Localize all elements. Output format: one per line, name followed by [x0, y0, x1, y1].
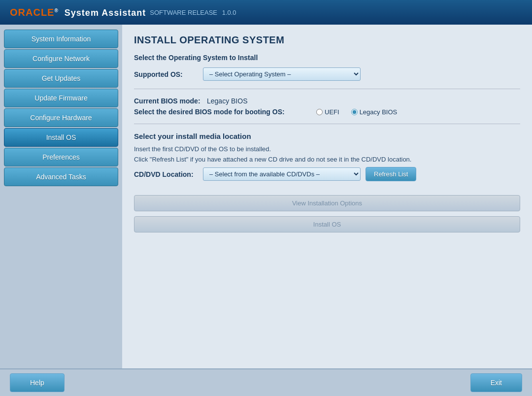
main-container: System Information Configure Network Get…	[0, 25, 532, 368]
bios-current-value: Legacy BIOS	[207, 97, 248, 105]
bios-radio-group: UEFI Legacy BIOS	[316, 108, 397, 116]
bios-legacy-option[interactable]: Legacy BIOS	[351, 108, 398, 116]
page-title: INSTALL OPERATING SYSTEM	[134, 34, 520, 46]
cd-location-row: CD/DVD Location: – Select from the avail…	[134, 167, 520, 181]
bios-uefi-radio[interactable]	[316, 109, 323, 115]
sidebar-item-configure-hardware[interactable]: Configure Hardware	[4, 108, 118, 127]
header-subtitle: SOFTWARE RELEASE 1.0.0	[150, 9, 236, 16]
sidebar-item-update-firmware[interactable]: Update Firmware	[4, 89, 118, 107]
bios-legacy-label: Legacy BIOS	[360, 108, 398, 116]
action-buttons: View Installation Options Install OS	[134, 195, 520, 232]
os-section-label: Select the Operating System to Install	[134, 54, 520, 62]
bios-uefi-option[interactable]: UEFI	[316, 108, 339, 116]
view-installation-options-button[interactable]: View Installation Options	[134, 195, 520, 211]
bios-desired-label: Select the desired BIOS mode for booting…	[134, 108, 316, 116]
sidebar-item-get-updates[interactable]: Get Updates	[4, 69, 118, 88]
sidebar-item-configure-network[interactable]: Configure Network	[4, 49, 118, 68]
divider-1	[134, 89, 520, 89]
install-desc-1: Insert the first CD/DVD of the OS to be …	[134, 145, 520, 153]
content-area: INSTALL OPERATING SYSTEM Select the Oper…	[122, 25, 532, 368]
bios-uefi-label: UEFI	[325, 108, 339, 116]
app-name: System Assistant	[65, 8, 146, 18]
supported-os-label: Supported OS:	[134, 70, 203, 78]
exit-button[interactable]: Exit	[470, 373, 522, 392]
refresh-list-button[interactable]: Refresh List	[366, 167, 416, 181]
bios-info-row: Current BIOS mode: Legacy BIOS	[134, 97, 520, 105]
sidebar-item-preferences[interactable]: Preferences	[4, 148, 118, 166]
bios-mode-row: Select the desired BIOS mode for booting…	[134, 108, 520, 116]
help-button[interactable]: Help	[10, 373, 65, 392]
sidebar-item-install-os[interactable]: Install OS	[4, 128, 118, 147]
bios-legacy-radio[interactable]	[351, 109, 358, 115]
sidebar-item-system-information[interactable]: System Information	[4, 30, 118, 48]
install-media-title: Select your install media location	[134, 132, 520, 140]
install-os-button[interactable]: Install OS	[134, 216, 520, 232]
oracle-brand: ORACLE	[10, 7, 54, 18]
os-select[interactable]: – Select Operating System –	[203, 67, 361, 81]
header: ORACLE® System Assistant SOFTWARE RELEAS…	[0, 0, 532, 25]
supported-os-row: Supported OS: – Select Operating System …	[134, 67, 520, 81]
cd-select[interactable]: – Select from the available CD/DVDs –	[203, 167, 361, 181]
app-logo: ORACLE® System Assistant	[10, 7, 146, 18]
cd-location-label: CD/DVD Location:	[134, 170, 203, 178]
footer: Help Exit	[0, 368, 532, 396]
install-desc-2: Click "Refresh List" if you have attache…	[134, 156, 520, 163]
sidebar-item-advanced-tasks[interactable]: Advanced Tasks	[4, 167, 118, 186]
sidebar: System Information Configure Network Get…	[0, 25, 122, 368]
reg-symbol: ®	[54, 8, 58, 13]
divider-2	[134, 124, 520, 124]
bios-current-label: Current BIOS mode:	[134, 97, 203, 105]
